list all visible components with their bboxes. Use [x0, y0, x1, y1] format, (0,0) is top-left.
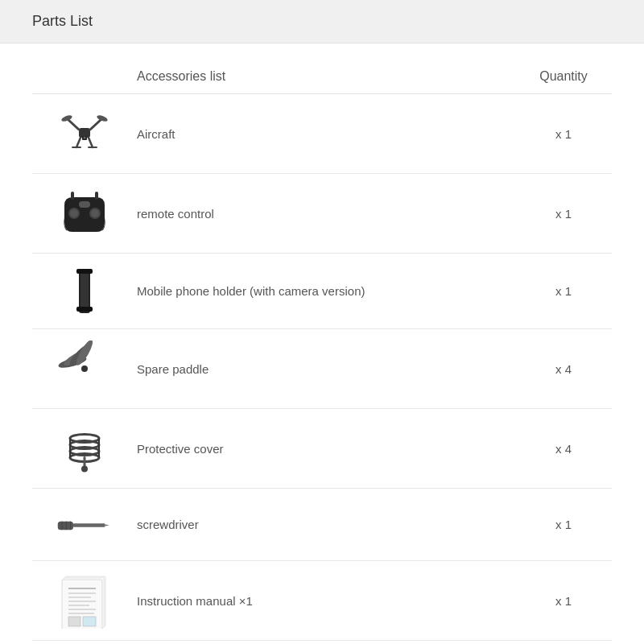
table-row: Mobile phone holder (with camera version… — [32, 254, 612, 329]
svg-point-14 — [91, 209, 99, 217]
table-header: Accessories list Quantity — [32, 60, 612, 94]
phone-holder-qty: x 1 — [515, 284, 612, 298]
svg-rect-51 — [68, 617, 80, 626]
col-quantity-header: Quantity — [515, 69, 612, 84]
svg-rect-20 — [76, 269, 93, 274]
screwdriver-qty: x 1 — [515, 518, 612, 531]
aircraft-image — [32, 105, 137, 162]
instruction-manual-name: Instruction manual ×1 — [137, 594, 515, 608]
svg-line-2 — [90, 120, 101, 130]
remote-control-image — [32, 185, 137, 242]
instruction-manual-qty: x 1 — [515, 594, 612, 608]
svg-rect-16 — [71, 192, 74, 200]
protective-cover-image — [32, 420, 137, 477]
svg-rect-17 — [95, 192, 98, 200]
phone-holder-name: Mobile phone holder (with camera version… — [137, 284, 515, 298]
svg-rect-15 — [79, 201, 90, 208]
page-title: Parts List — [32, 13, 93, 29]
svg-rect-35 — [58, 521, 73, 530]
phone-holder-image — [32, 265, 137, 317]
screwdriver-image — [32, 513, 137, 537]
svg-point-34 — [81, 466, 88, 473]
svg-rect-21 — [76, 307, 93, 312]
svg-rect-36 — [73, 523, 105, 526]
protective-cover-qty: x 4 — [515, 442, 612, 456]
aircraft-name: Aircraft — [137, 127, 515, 141]
table-row: Protective cover x 4 — [32, 409, 612, 489]
svg-marker-37 — [105, 524, 109, 526]
spare-paddle-qty: x 4 — [515, 362, 612, 376]
svg-rect-52 — [83, 617, 96, 626]
svg-line-5 — [76, 138, 80, 147]
spare-paddle-name: Spare paddle — [137, 362, 515, 376]
svg-line-1 — [68, 120, 79, 130]
table-row: Instruction manual ×1 x 1 — [32, 561, 612, 641]
svg-rect-43 — [62, 580, 102, 629]
svg-point-10 — [84, 137, 86, 139]
protective-cover-name: Protective cover — [137, 442, 515, 456]
svg-point-26 — [81, 365, 88, 372]
page-header: Parts List — [0, 0, 644, 43]
table-row: screwdriver x 1 — [32, 489, 612, 561]
col-accessories-header: Accessories list — [137, 69, 515, 84]
table-row: APP manual (with camera version) x 1 — [32, 641, 612, 644]
remote-control-qty: x 1 — [515, 207, 612, 221]
parts-table: Accessories list Quantity — [0, 43, 644, 644]
aircraft-qty: x 1 — [515, 127, 612, 141]
table-row: remote control x 1 — [32, 174, 612, 254]
svg-rect-19 — [80, 271, 89, 308]
spare-paddle-image — [32, 341, 137, 397]
table-row: Aircraft x 1 — [32, 94, 612, 174]
screwdriver-name: screwdriver — [137, 518, 515, 531]
remote-control-name: remote control — [137, 207, 515, 221]
table-row: Spare paddle x 4 — [32, 329, 612, 409]
instruction-manual-image — [32, 572, 137, 629]
svg-line-6 — [89, 138, 93, 147]
svg-point-12 — [70, 209, 78, 217]
